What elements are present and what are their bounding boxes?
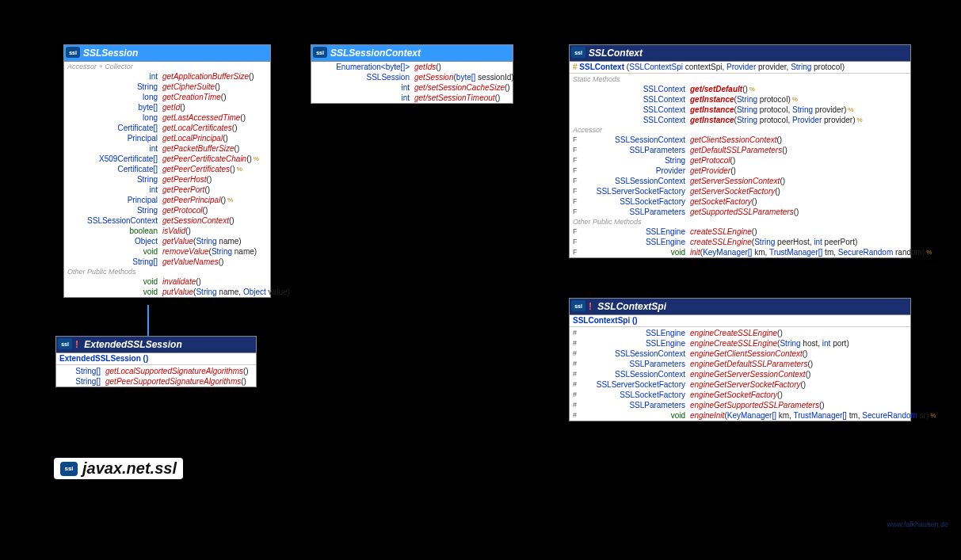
- method-name: getPeerPrincipal: [162, 195, 220, 205]
- return-type: int: [77, 143, 162, 154]
- modifier: #: [573, 400, 582, 410]
- method-name: getProtocol: [162, 205, 203, 215]
- throws-flag: %: [848, 105, 853, 115]
- method-name: engineGetDefaultSSLParameters: [690, 359, 807, 369]
- return-type: int: [77, 71, 162, 82]
- return-type: SSLSession: [324, 72, 414, 82]
- method-name: isValid: [162, 226, 185, 236]
- method-params: (String peerHost, int peerPort): [752, 237, 857, 247]
- method-row: ObjectgetValue (String name): [64, 236, 270, 246]
- method-row: voidputValue (String name, Object value): [64, 287, 270, 297]
- method-params: (): [752, 196, 757, 207]
- method-params: (String name): [209, 246, 257, 257]
- constructor-row: ExtendedSSLSession (): [56, 353, 256, 364]
- return-type: SSLParameters: [582, 145, 690, 155]
- class-header: ssl ! ExtendedSSLSession: [56, 337, 256, 353]
- throws-flag: %: [227, 195, 233, 205]
- method-row: String[]getPeerSupportedSignatureAlgorit…: [56, 376, 256, 387]
- return-type: SSLContext: [582, 105, 690, 115]
- method-row: #SSLParametersengineGetDefaultSSLParamet…: [570, 359, 910, 369]
- package-label: ssl javax.net.ssl: [54, 458, 183, 479]
- method-name: getProvider: [690, 166, 730, 176]
- return-type: SSLContext: [582, 84, 690, 94]
- return-type: String: [77, 174, 162, 185]
- return-type: long: [77, 112, 162, 123]
- constructor-row: SSLContextSpi (): [570, 315, 910, 326]
- method-row: intgetApplicationBufferSize (): [64, 71, 270, 82]
- modifier: #: [573, 338, 582, 349]
- method-params: (String protocol): [734, 94, 791, 105]
- method-name: getPacketBufferSize: [162, 143, 235, 154]
- interface-icon: ssl: [66, 47, 80, 58]
- method-row: FSSLSessionContextgetServerSessionContex…: [570, 176, 910, 186]
- method-params: (): [232, 123, 238, 133]
- modifier: F: [573, 186, 582, 196]
- method-name: getPeerCertificates: [162, 164, 230, 174]
- method-name: getLocalCertificates: [162, 123, 232, 133]
- method-row: SSLSessionContextgetSessionContext (): [64, 215, 270, 226]
- modifier: [315, 62, 324, 72]
- method-row: FProvidergetProvider (): [570, 166, 910, 176]
- return-type: String: [77, 82, 162, 92]
- method-params: (): [229, 215, 235, 226]
- method-name: get/setDefault: [690, 84, 742, 94]
- method-name: getSocketFactory: [690, 196, 752, 207]
- method-row: FSSLEnginecreateSSLEngine (String peerHo…: [570, 237, 910, 247]
- return-type: SSLEngine: [582, 227, 690, 237]
- modifier: [67, 276, 77, 287]
- method-name: getInstance: [690, 115, 734, 125]
- method-params: (String name, Object value): [193, 287, 290, 297]
- method-name: createSSLEngine: [690, 227, 752, 237]
- modifier: [59, 366, 69, 376]
- method-row: #SSLParametersengineGetSupportedSSLParam…: [570, 400, 910, 410]
- method-params: (): [246, 154, 252, 164]
- divider: [570, 73, 910, 74]
- class-box-sslcontext: ssl SSLContext # SSLContext (SSLContextS…: [569, 44, 911, 258]
- method-name: engineCreateSSLEngine: [690, 328, 777, 338]
- return-type: Certificate[]: [77, 164, 162, 174]
- modifier: [315, 82, 324, 93]
- method-params: (): [221, 92, 227, 102]
- method-name: getServerSocketFactory: [690, 186, 775, 196]
- method-params: (): [495, 93, 501, 103]
- return-type: SSLContext: [582, 115, 690, 125]
- method-params: (): [235, 143, 240, 154]
- modifier: [573, 94, 582, 105]
- modifier: [67, 236, 77, 246]
- method-params: (String protocol, Provider provider): [734, 115, 856, 125]
- method-row: longgetLastAccessedTime (): [64, 112, 270, 123]
- modifier: [67, 185, 77, 195]
- class-box-sslsession: ssl SSLSession Accessor + Collector intg…: [63, 44, 271, 298]
- method-name: createSSLEngine: [690, 237, 752, 247]
- modifier: [573, 105, 582, 115]
- class-title: SSLSessionContext: [330, 48, 421, 59]
- return-type: SSLSessionContext: [582, 349, 690, 359]
- throws-flag: %: [792, 94, 798, 105]
- method-name: getPeerCertificateChain: [162, 154, 246, 164]
- return-type: int: [324, 93, 414, 103]
- method-params: (KeyManager[] km, TrustManager[] tm, Sec…: [724, 410, 929, 421]
- method-name: getApplicationBufferSize: [162, 71, 249, 82]
- return-type: X509Certificate[]: [77, 154, 162, 164]
- method-name: getDefaultSSLParameters: [690, 145, 782, 155]
- return-type: long: [77, 92, 162, 102]
- class-box-sslcontextspi: ssl ! SSLContextSpi SSLContextSpi () #SS…: [569, 298, 911, 421]
- method-name: engineGetClientSessionContext: [690, 349, 803, 359]
- method-row: booleanisValid (): [64, 226, 270, 236]
- modifier: [67, 164, 77, 174]
- modifier: #: [573, 379, 582, 390]
- method-params: (): [777, 390, 783, 400]
- method-row: intgetPacketBufferSize (): [64, 143, 270, 154]
- return-type: Principal: [77, 195, 162, 205]
- method-name: engineGetSocketFactory: [690, 390, 777, 400]
- watermark-link[interactable]: www.falkhausen.de: [887, 520, 948, 528]
- modifier: F: [573, 227, 582, 237]
- throws-flag: %: [930, 410, 936, 421]
- modifier: [573, 84, 582, 94]
- return-type: SSLEngine: [582, 338, 690, 349]
- method-row: Fvoidinit (KeyManager[] km, TrustManager…: [570, 247, 910, 257]
- modifier: F: [573, 207, 582, 217]
- method-name: removeValue: [162, 246, 209, 257]
- section-label: Accessor: [570, 125, 910, 135]
- return-type: void: [582, 247, 690, 257]
